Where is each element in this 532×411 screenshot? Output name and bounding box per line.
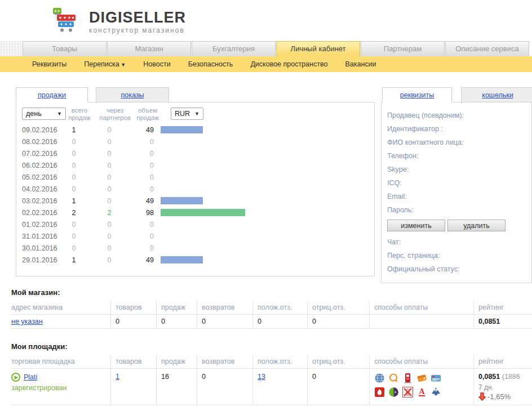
shop-goods: 0: [110, 315, 156, 328]
col-header-8: рейтинг: [473, 355, 532, 368]
payment-icons: А: [374, 373, 447, 401]
sales-date: 02.02.2016: [16, 209, 57, 217]
sales-volume: 0: [128, 185, 156, 193]
subnav-item-6[interactable]: Вакансии: [345, 60, 376, 68]
sales-row: 09.02.20161049: [16, 124, 374, 136]
sales-volume: 0: [128, 150, 156, 158]
sales-date: 07.02.2016: [16, 150, 57, 158]
platform-name-link[interactable]: Plati: [24, 373, 37, 381]
platform-returns: 0: [197, 369, 252, 405]
sales-total: 0: [57, 221, 91, 229]
profile-field-label: Email:: [387, 191, 531, 204]
sales-tabs: продажипоказы: [16, 87, 169, 102]
sales-date: 30.01.2016: [16, 244, 57, 252]
profile-fields: Продавец (псевдоним):Идентификатор :ФИО …: [387, 110, 531, 218]
sales-partners: 0: [91, 197, 128, 205]
subnav-item-3[interactable]: Новости: [143, 60, 170, 68]
sales-total: 2: [57, 209, 91, 217]
subnav-item-label: Дисковое пространство: [250, 60, 327, 68]
brand-tagline: конструктор магазинов: [89, 26, 186, 34]
subnav-item-1[interactable]: Реквизиты: [32, 60, 66, 68]
brand-text: DIGISELLER конструктор магазинов: [89, 7, 186, 34]
arrow-down-icon: [478, 392, 486, 401]
sales-col-1: всегопродаж: [63, 106, 96, 122]
subnav-item-label: Новости: [143, 60, 170, 68]
currency-select-value: RUR: [175, 110, 190, 118]
shop-address-link[interactable]: не указан: [11, 318, 43, 325]
platform-negative: 0: [307, 369, 369, 405]
sales-partners: 0: [91, 185, 128, 193]
col-header-2: товаров: [110, 355, 156, 368]
edit-button[interactable]: изменить: [387, 220, 445, 231]
sales-volume: 0: [128, 244, 156, 252]
sales-partners: 0: [91, 150, 128, 158]
tab-4[interactable]: Личный кабинет: [276, 41, 360, 56]
sales-tab-label: показы: [121, 91, 144, 99]
cart-logo-icon: [52, 7, 81, 35]
sales-total: 0: [57, 244, 91, 252]
shop-payments: [369, 315, 473, 328]
sales-row: 03.02.20161049: [16, 195, 374, 207]
period-select[interactable]: день ▼: [22, 108, 66, 120]
profile-field-label: Идентификатор :: [387, 123, 531, 137]
profile-tab-кошельки[interactable]: кошельки: [461, 87, 532, 102]
tab-1[interactable]: Товары: [23, 41, 107, 56]
tab-2[interactable]: Магазин: [107, 41, 191, 56]
profile-field-label: ICQ:: [387, 177, 531, 191]
tab-3[interactable]: Бухгалтерия: [192, 41, 276, 56]
tab-5[interactable]: Партнерам: [361, 41, 445, 56]
my-shop-table-header: адрес магазинатоваровпродажвозвратовполо…: [11, 301, 532, 315]
yandex-money-icon: [416, 373, 427, 383]
col-header-3: продаж: [156, 355, 197, 368]
profile-tab-label: кошельки: [482, 91, 513, 99]
sales-tab-показы[interactable]: показы: [96, 87, 169, 102]
sales-volume: 98: [128, 209, 156, 217]
main-tabs: ТоварыМагазинБухгалтерияЛичный кабинетПа…: [23, 41, 530, 56]
subnav-item-label: Переписка: [84, 60, 119, 68]
sales-date: 08.02.2016: [16, 138, 57, 146]
col-header-6: отриц.отз.: [307, 301, 369, 314]
mts-icon: [374, 387, 385, 397]
sales-volume: 49: [128, 197, 156, 205]
profile-field-label: Перс. страница:: [387, 250, 531, 263]
sales-row: 01.02.2016000: [16, 218, 374, 230]
sales-column-headers: всегопродажчерезпартнеровобъемпродаж: [63, 106, 162, 122]
col-header-1: адрес магазина: [11, 301, 110, 314]
platform-rating-count: (1886: [502, 373, 520, 381]
platform-goods-link[interactable]: 1: [116, 373, 119, 381]
subnav-item-2[interactable]: Переписка ▼: [84, 60, 126, 68]
platform-status: зарегистрирован: [11, 384, 108, 392]
profile-field-label: Продавец (псевдоним):: [387, 110, 531, 123]
platform-positive-link[interactable]: 13: [258, 373, 265, 381]
sales-volume: 0: [128, 221, 156, 229]
shop-returns: 0: [197, 315, 252, 328]
profile-field-label: Телефон:: [387, 150, 531, 164]
profile-tab-label: реквизиты: [400, 91, 434, 99]
delete-button[interactable]: удалить: [447, 220, 506, 231]
sales-row: 02.02.20162298: [16, 207, 374, 218]
shop-sales: 0: [156, 315, 197, 328]
subnav-item-5[interactable]: Дисковое пространство: [250, 60, 327, 68]
profile-field-label: ФИО контактного лица:: [387, 137, 531, 150]
page: DIGISELLER конструктор магазинов ТоварыМ…: [0, 0, 532, 411]
megafon-icon: [388, 387, 399, 397]
sales-date: 31.01.2016: [16, 233, 57, 240]
subnav-item-4[interactable]: Безопасность: [188, 60, 233, 68]
rating-change: -1,65%: [487, 392, 511, 401]
col-header-7: способы оплаты: [369, 355, 473, 368]
sales-partners: 2: [91, 209, 128, 217]
main-tabs-row: ТоварыМагазинБухгалтерияЛичный кабинетПа…: [0, 41, 532, 56]
subnav-item-label: Вакансии: [345, 60, 376, 68]
sales-date: 29.01.2016: [16, 256, 57, 264]
currency-select[interactable]: RUR ▼: [171, 108, 203, 120]
tab-6[interactable]: Описание сервиса: [445, 41, 529, 56]
sales-col-2: черезпартнеров: [96, 106, 134, 122]
profile-tab-реквизиты[interactable]: реквизиты: [382, 87, 452, 102]
sales-bar: [161, 256, 203, 263]
shop-positive: 0: [252, 315, 307, 328]
sales-row: 04.02.2016000: [16, 183, 374, 195]
alfabank-icon: А: [416, 387, 427, 397]
col-header-8: рейтинг: [473, 301, 532, 314]
sales-total: 1: [57, 126, 91, 134]
sales-tab-продажи[interactable]: продажи: [16, 87, 88, 102]
